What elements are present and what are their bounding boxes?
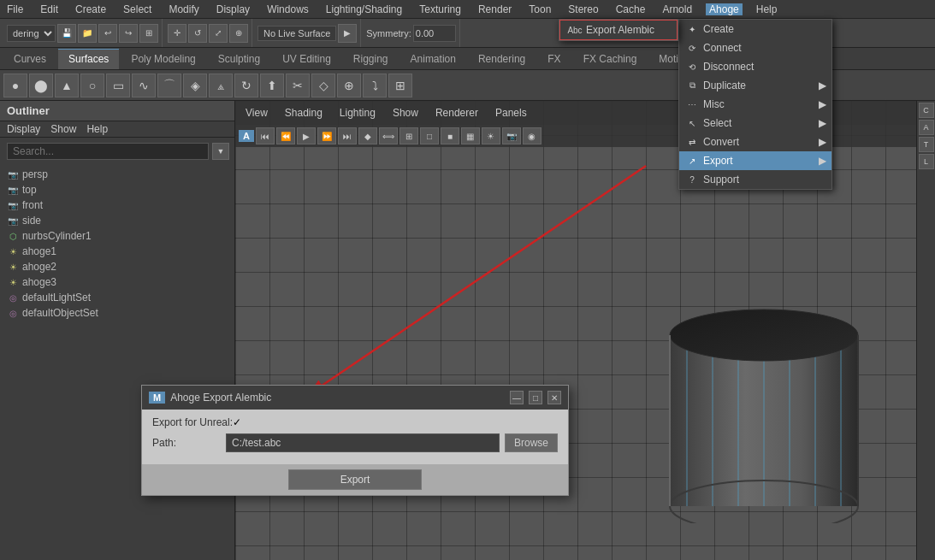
toolbar-move-btn[interactable]: ✛ (168, 24, 186, 43)
menu-edit[interactable]: Edit (37, 3, 62, 15)
export-alembic-item[interactable]: Abc Export Alembic (559, 20, 678, 40)
menu-cache[interactable]: Cache (612, 3, 649, 15)
dialog-maximize-btn[interactable]: □ (529, 391, 542, 404)
ahoge-menu-create[interactable]: ✦ Create (679, 20, 831, 38)
outliner-item-ahoge1[interactable]: ☀ ahoge1 (0, 244, 234, 259)
toolbar-undo-btn[interactable]: ↩ (98, 24, 117, 43)
viewport-menu-shading[interactable]: Shading (280, 105, 328, 121)
menu-file[interactable]: File (3, 3, 27, 15)
toolbar-scale-btn[interactable]: ⤢ (209, 24, 228, 43)
outliner-item-side[interactable]: 📷 side (0, 213, 234, 228)
vp-rewind-btn[interactable]: ⏮ (256, 127, 275, 144)
dialog-export-button[interactable]: Export (288, 469, 423, 490)
menu-modify[interactable]: Modify (165, 3, 202, 15)
icon-nurbs[interactable]: ∿ (132, 74, 156, 97)
icon-deform[interactable]: ⤵ (363, 74, 387, 97)
toolbar-render-btn[interactable]: ▶ (338, 24, 357, 43)
icon-torus[interactable]: ○ (80, 74, 104, 97)
viewport-menu-panels[interactable]: Panels (490, 105, 532, 121)
toolbar-snap-btn[interactable]: ⊞ (139, 24, 158, 43)
rt-attr-btn[interactable]: A (919, 120, 934, 135)
outliner-item-defaultobjectset[interactable]: ◎ defaultObjectSet (0, 305, 234, 321)
vp-light-btn[interactable]: ☀ (482, 127, 500, 144)
browse-button[interactable]: Browse (505, 433, 558, 452)
vp-keyframe-btn[interactable]: ◆ (358, 127, 377, 144)
icon-extrude[interactable]: ⬆ (260, 74, 284, 97)
icon-curve[interactable]: ⌒ (157, 74, 181, 97)
outliner-menu-help[interactable]: Help (86, 123, 108, 135)
toolbar-save-btn[interactable]: 💾 (57, 24, 76, 43)
menu-create[interactable]: Create (72, 3, 109, 15)
menu-arnold[interactable]: Arnold (659, 3, 695, 15)
outliner-menu-show[interactable]: Show (50, 123, 76, 135)
menu-ahoge[interactable]: Ahoge (706, 3, 743, 15)
vp-tangent-btn[interactable]: ⟺ (379, 127, 398, 144)
icon-bevel[interactable]: ◇ (311, 74, 335, 97)
icon-surface[interactable]: ◈ (183, 74, 207, 97)
tab-fx-caching[interactable]: FX Caching (573, 49, 648, 69)
vp-next-btn[interactable]: ⏩ (317, 127, 336, 144)
vp-grid-btn[interactable]: ⊞ (399, 127, 418, 144)
ahoge-menu-export[interactable]: ↗ Export ▶ (679, 151, 831, 170)
outliner-item-front[interactable]: 📷 front (0, 197, 234, 213)
icon-plane[interactable]: ▭ (106, 74, 130, 97)
menu-windows[interactable]: Windows (263, 3, 312, 15)
outliner-item-nurbscylinder[interactable]: ⬡ nurbsCylinder1 (0, 228, 234, 244)
icon-sphere[interactable]: ● (3, 74, 27, 97)
vp-texture-btn[interactable]: ▦ (461, 127, 480, 144)
icon-cylinder[interactable]: ⬤ (29, 74, 53, 97)
tab-uv-editing[interactable]: UV Editing (272, 49, 341, 69)
ahoge-menu-select[interactable]: ↖ Select ▶ (679, 114, 831, 133)
select-mode-dropdown[interactable]: dering (7, 25, 56, 42)
icon-cone[interactable]: ▲ (55, 74, 79, 97)
tab-sculpting[interactable]: Sculpting (208, 49, 270, 69)
tab-poly-modeling[interactable]: Poly Modeling (121, 49, 205, 69)
rt-channels-btn[interactable]: C (919, 103, 934, 118)
tab-curves[interactable]: Curves (3, 49, 56, 69)
search-options-btn[interactable]: ▼ (212, 143, 229, 160)
menu-texturing[interactable]: Texturing (416, 3, 465, 15)
ahoge-menu-convert[interactable]: ⇄ Convert ▶ (679, 133, 831, 151)
tab-fx[interactable]: FX (537, 49, 571, 69)
outliner-item-ahoge3[interactable]: ☀ ahoge3 (0, 274, 234, 290)
tab-rendering[interactable]: Rendering (468, 49, 536, 69)
outliner-menu-display[interactable]: Display (7, 123, 40, 135)
menu-display[interactable]: Display (213, 3, 253, 15)
tab-animation[interactable]: Animation (400, 49, 466, 69)
menu-stereo[interactable]: Stereo (565, 3, 601, 15)
vp-prev-btn[interactable]: ⏪ (276, 127, 295, 144)
dialog-minimize-btn[interactable]: — (510, 391, 524, 404)
toolbar-universal-btn[interactable]: ⊕ (229, 24, 248, 43)
menu-render[interactable]: Render (475, 3, 515, 15)
vp-wire-btn[interactable]: □ (420, 127, 439, 144)
menu-help[interactable]: Help (753, 3, 781, 15)
toolbar-redo-btn[interactable]: ↪ (119, 24, 138, 43)
ahoge-menu-support[interactable]: ? Support (679, 170, 831, 189)
ahoge-menu-connect[interactable]: ⟳ Connect (679, 38, 831, 57)
menu-lighting[interactable]: Lighting/Shading (323, 3, 405, 15)
vp-cam-btn[interactable]: 📷 (502, 127, 521, 144)
toolbar-rotate-btn[interactable]: ↺ (188, 24, 207, 43)
vp-isolate-btn[interactable]: ◉ (523, 127, 541, 144)
toolbar-open-btn[interactable]: 📁 (78, 24, 97, 43)
icon-lattice[interactable]: ⊞ (388, 74, 412, 97)
menu-toon[interactable]: Toon (525, 3, 554, 15)
path-input[interactable] (226, 433, 500, 452)
icon-trim[interactable]: ✂ (286, 74, 310, 97)
vp-play-btn[interactable]: ▶ (297, 127, 316, 144)
outliner-item-persp[interactable]: 📷 persp (0, 167, 234, 182)
viewport-menu-view[interactable]: View (240, 105, 273, 121)
symmetry-value[interactable] (413, 25, 456, 42)
menu-select[interactable]: Select (120, 3, 155, 15)
viewport-menu-lighting[interactable]: Lighting (334, 105, 381, 121)
vp-end-btn[interactable]: ⏭ (338, 127, 357, 144)
viewport-menu-show[interactable]: Show (388, 105, 423, 121)
viewport-menu-renderer[interactable]: Renderer (430, 105, 483, 121)
ahoge-menu-misc[interactable]: ⋯ Misc ▶ (679, 95, 831, 114)
outliner-search-input[interactable] (7, 143, 209, 160)
tab-surfaces[interactable]: Surfaces (58, 49, 119, 69)
tab-rigging[interactable]: Rigging (343, 49, 399, 69)
icon-loft[interactable]: ⟁ (209, 74, 233, 97)
outliner-item-top[interactable]: 📷 top (0, 182, 234, 197)
ahoge-menu-disconnect[interactable]: ⟲ Disconnect (679, 57, 831, 76)
